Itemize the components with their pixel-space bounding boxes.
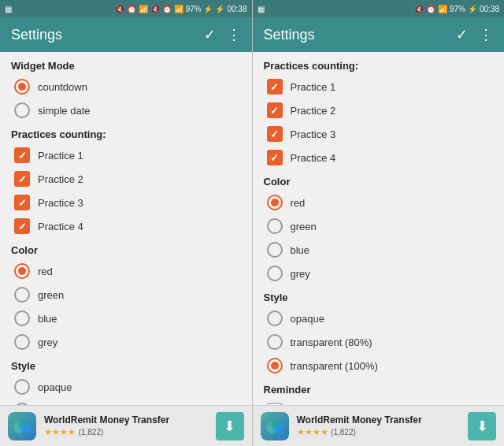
radio-simple-date-label: simple date bbox=[38, 105, 90, 117]
checkmark-practice3-right: ✓ bbox=[270, 129, 279, 139]
section-header-color-left: Color bbox=[11, 244, 241, 256]
radio-simple-date-button[interactable] bbox=[14, 102, 30, 118]
radio-countdown-dot bbox=[18, 83, 26, 91]
radio-opaque-right[interactable]: opaque bbox=[264, 307, 494, 330]
checkbox-practice3-left[interactable]: ✓ bbox=[14, 195, 30, 210]
signal-icon-right: 📶 bbox=[438, 5, 447, 13]
check-practice4-label-right: Practice 4 bbox=[291, 152, 336, 164]
checkbox-practice2-right[interactable]: ✓ bbox=[267, 102, 283, 118]
ad-banner-right[interactable]: WorldRemit Money Transfer ★★★★ (1,822) ⬇ bbox=[253, 405, 505, 446]
radio-simple-date[interactable]: simple date bbox=[11, 98, 241, 122]
check-practice4-left[interactable]: ✓ Practice 4 bbox=[11, 214, 241, 238]
radio-transparent80-button-right[interactable] bbox=[267, 334, 283, 350]
check-practice3-label-right: Practice 3 bbox=[291, 128, 336, 140]
radio-red-button-left[interactable] bbox=[14, 263, 30, 279]
check-practice1-left[interactable]: ✓ Practice 1 bbox=[11, 143, 241, 167]
status-bar-right: ▦ 🔇 ⏰ 📶 97% ⚡ 00:38 bbox=[253, 0, 505, 17]
battery-percent-right: 97% bbox=[450, 5, 465, 13]
ad-rating-right: ★★★★ (1,822) bbox=[297, 426, 461, 437]
status-bar-left-icons: ▦ bbox=[5, 5, 12, 13]
radio-opaque-button-left[interactable] bbox=[14, 379, 30, 395]
radio-grey-left[interactable]: grey bbox=[11, 330, 241, 354]
sim-icon: ▦ bbox=[5, 5, 12, 13]
ad-banner-left[interactable]: WorldRemit Money Transfer ★★★★ (1,822) ⬇ bbox=[0, 405, 252, 446]
more-icon-left[interactable]: ⋮ bbox=[227, 26, 241, 43]
check-practice1-label-left: Practice 1 bbox=[38, 150, 83, 162]
radio-green-right[interactable]: green bbox=[264, 214, 494, 238]
toolbar-right: Settings ✓ ⋮ bbox=[253, 17, 505, 52]
radio-grey-button-right[interactable] bbox=[267, 266, 283, 281]
status-bar-left: ▦ 🔇 ⏰ 📶 🔇 ⏰ 📶 97% ⚡ ⚡ 00:38 bbox=[0, 0, 252, 17]
time-display-right: 00:38 bbox=[480, 5, 499, 13]
radio-red-dot-left bbox=[18, 267, 26, 275]
ad-title-left: WorldRemit Money Transfer bbox=[44, 414, 208, 426]
checkmark-practice4-right: ✓ bbox=[270, 153, 279, 163]
radio-red-button-right[interactable] bbox=[267, 195, 283, 210]
checkbox-practice1-left[interactable]: ✓ bbox=[14, 147, 30, 163]
radio-blue-left[interactable]: blue bbox=[11, 307, 241, 330]
content-right: Practices counting: ✓ Practice 1 ✓ Pract… bbox=[253, 52, 505, 405]
check-practice1-label-right: Practice 1 bbox=[291, 81, 336, 93]
checkbox-practice4-right[interactable]: ✓ bbox=[267, 150, 283, 165]
check-icon-right[interactable]: ✓ bbox=[456, 26, 468, 43]
check-practice3-left[interactable]: ✓ Practice 3 bbox=[11, 191, 241, 214]
check-practice2-right[interactable]: ✓ Practice 2 bbox=[264, 98, 494, 122]
radio-countdown-button[interactable] bbox=[14, 79, 30, 95]
radio-transparent80-left[interactable]: transparent (80%) bbox=[11, 399, 241, 405]
check-practice2-left[interactable]: ✓ Practice 2 bbox=[11, 167, 241, 191]
check-practice4-right[interactable]: ✓ Practice 4 bbox=[264, 146, 494, 169]
radio-blue-button-right[interactable] bbox=[267, 242, 283, 258]
radio-green-button-left[interactable] bbox=[14, 287, 30, 303]
radio-grey-right[interactable]: grey bbox=[264, 262, 494, 285]
radio-red-dot-right bbox=[271, 199, 279, 206]
radio-opaque-button-right[interactable] bbox=[267, 310, 283, 326]
radio-red-left[interactable]: red bbox=[11, 259, 241, 283]
mute-icon: 🔇 bbox=[115, 5, 124, 13]
radio-blue-right[interactable]: blue bbox=[264, 238, 494, 262]
radio-green-left[interactable]: green bbox=[11, 283, 241, 307]
panel-left: ▦ 🔇 ⏰ 📶 🔇 ⏰ 📶 97% ⚡ ⚡ 00:38 Settings ✓ ⋮… bbox=[0, 0, 252, 446]
mute-icon-right: 🔇 bbox=[414, 5, 424, 13]
radio-grey-label-left: grey bbox=[38, 336, 57, 348]
more-icon-right[interactable]: ⋮ bbox=[479, 26, 493, 43]
radio-green-button-right[interactable] bbox=[267, 218, 283, 234]
radio-transparent100-button-right[interactable] bbox=[267, 358, 283, 374]
check-icon-left[interactable]: ✓ bbox=[204, 26, 216, 43]
ad-stars-right: ★★★★ bbox=[297, 427, 328, 437]
checkbox-practice2-left[interactable]: ✓ bbox=[14, 171, 30, 187]
section-header-widget-mode: Widget Mode bbox=[11, 60, 241, 72]
checkbox-practice3-right[interactable]: ✓ bbox=[267, 126, 283, 142]
check-practice3-right[interactable]: ✓ Practice 3 bbox=[264, 122, 494, 146]
radio-transparent80-right[interactable]: transparent (80%) bbox=[264, 330, 494, 354]
section-header-reminder: Reminder bbox=[264, 384, 494, 396]
alarm-icon: ⏰ bbox=[127, 5, 136, 13]
alarm-icon-right: ⏰ bbox=[426, 5, 435, 13]
radio-red-label-right: red bbox=[291, 197, 306, 209]
ad-rating-left: ★★★★ (1,822) bbox=[44, 426, 208, 437]
check-practice4-label-left: Practice 4 bbox=[38, 221, 83, 232]
toolbar-actions-left: ✓ ⋮ bbox=[204, 26, 241, 43]
section-header-style-left: Style bbox=[11, 360, 241, 372]
checkmark-practice2-right: ✓ bbox=[270, 106, 279, 116]
checkbox-practice4-left[interactable]: ✓ bbox=[14, 218, 30, 234]
sim-icon-right: ▦ bbox=[258, 5, 265, 13]
radio-green-label-right: green bbox=[291, 221, 317, 232]
ad-download-right[interactable]: ⬇ bbox=[468, 412, 496, 440]
checkbox-practice1-right[interactable]: ✓ bbox=[267, 79, 283, 95]
radio-countdown[interactable]: countdown bbox=[11, 75, 241, 98]
radio-opaque-left[interactable]: opaque bbox=[11, 375, 241, 399]
checkmark-practice3-left: ✓ bbox=[18, 198, 27, 208]
checkmark-practice1-right: ✓ bbox=[270, 82, 279, 92]
radio-grey-button-left[interactable] bbox=[14, 334, 30, 350]
ad-logo-left bbox=[8, 412, 36, 440]
toolbar-left: Settings ✓ ⋮ bbox=[0, 17, 252, 52]
radio-transparent100-right[interactable]: transparent (100%) bbox=[264, 354, 494, 377]
check-practice1-right[interactable]: ✓ Practice 1 bbox=[264, 75, 494, 98]
section-header-practices-right: Practices counting: bbox=[264, 60, 494, 72]
toolbar-title-right: Settings bbox=[264, 27, 457, 43]
radio-red-right[interactable]: red bbox=[264, 191, 494, 214]
radio-blue-button-left[interactable] bbox=[14, 310, 30, 326]
reminder-race[interactable]: Race hours before bbox=[264, 399, 494, 405]
radio-red-label-left: red bbox=[38, 266, 53, 277]
ad-download-left[interactable]: ⬇ bbox=[216, 412, 244, 440]
